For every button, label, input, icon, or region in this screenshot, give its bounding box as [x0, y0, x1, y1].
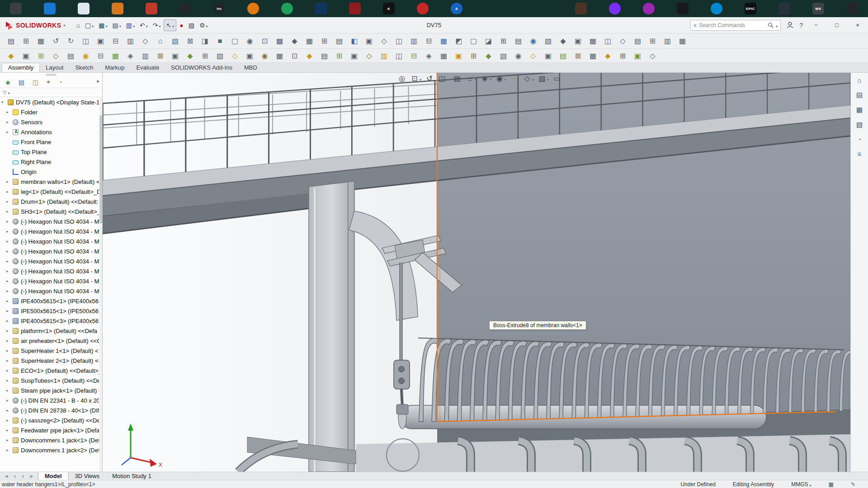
- tool-icon[interactable]: ◫: [392, 49, 406, 63]
- displaymanager-tab-icon[interactable]: ◔: [58, 79, 62, 86]
- tool-icon[interactable]: ▧: [212, 49, 227, 63]
- hide-show-items-button[interactable]: ◉: [495, 74, 506, 83]
- tree-item[interactable]: ▸IPE500x5615<1> (IPE500x5615): [0, 306, 99, 316]
- tool-icon[interactable]: ⊞: [496, 33, 511, 49]
- app-blue-circle-icon[interactable]: [711, 3, 722, 14]
- tool-icon[interactable]: ◇: [48, 49, 63, 63]
- app-pinned-2-icon[interactable]: [44, 3, 56, 14]
- panel-expand-chevron[interactable]: ▸: [97, 78, 99, 84]
- app-pinned-3-icon[interactable]: [78, 3, 90, 14]
- new-document-caret-icon[interactable]: [92, 21, 94, 29]
- tool-icon[interactable]: ⊟: [406, 49, 421, 63]
- filter-icon[interactable]: ▽: [3, 89, 6, 95]
- app-dark-3-icon[interactable]: [846, 3, 858, 14]
- graphics-area[interactable]: X ◎⊡↺◫▤⌂◈◉◔◇▧▭ Boss-Extrude8 of membran …: [103, 73, 850, 472]
- app-green-icon[interactable]: [281, 3, 293, 14]
- tree-item[interactable]: ▸Annotations: [0, 127, 99, 137]
- tool-icon[interactable]: ⌂: [153, 33, 168, 49]
- close-button[interactable]: ×: [850, 22, 865, 28]
- tool-icon[interactable]: ▦: [108, 49, 123, 63]
- expand-arrow-icon[interactable]: ▸: [6, 110, 12, 114]
- search-icon[interactable]: [768, 22, 774, 28]
- dimxpertmanager-tab-icon[interactable]: ⌖: [47, 78, 50, 86]
- tool-icon[interactable]: ↺: [48, 33, 63, 49]
- expand-arrow-icon[interactable]: ▸: [6, 418, 12, 422]
- tool-icon[interactable]: ◨: [198, 33, 212, 49]
- configurationmanager-tab-icon[interactable]: ◫: [33, 79, 38, 86]
- app-orange-icon[interactable]: [247, 3, 259, 14]
- tree-item[interactable]: ▸SH3<1> (Default) <<Default>_: [0, 206, 99, 216]
- tool-icon[interactable]: ▥: [377, 49, 392, 63]
- view-palette-icon[interactable]: ▧: [856, 121, 863, 129]
- tool-icon[interactable]: ▣: [362, 33, 377, 49]
- zoom-area-button[interactable]: ⊡: [410, 74, 421, 83]
- tool-icon[interactable]: ▣: [347, 49, 362, 63]
- view-settings-caret-icon[interactable]: [547, 75, 549, 83]
- expand-arrow-icon[interactable]: ▸: [6, 179, 12, 184]
- tool-icon[interactable]: ▤: [556, 49, 571, 63]
- tool-icon[interactable]: ↻: [63, 33, 78, 49]
- tool-icon[interactable]: ▦: [585, 49, 600, 63]
- tree-item[interactable]: ▸IPE400x5615<3> (IPE400x5615): [0, 316, 99, 326]
- tool-icon[interactable]: ▤: [4, 33, 19, 49]
- tool-icon[interactable]: ▥: [138, 49, 153, 63]
- print-caret-icon[interactable]: [133, 21, 135, 29]
- tool-icon[interactable]: ⊠: [571, 49, 585, 63]
- tool-icon[interactable]: ▥: [123, 33, 138, 49]
- app-a-icon[interactable]: A: [451, 3, 462, 14]
- tree-item[interactable]: Front Plane: [0, 137, 99, 147]
- hide-show-items-caret-icon[interactable]: [505, 75, 506, 83]
- tool-icon[interactable]: ⊞: [645, 33, 660, 49]
- expand-arrow-icon[interactable]: ▸: [6, 428, 12, 432]
- design-library-icon[interactable]: ▤: [856, 91, 863, 99]
- tool-icon[interactable]: ⊞: [317, 33, 332, 49]
- tool-icon[interactable]: ▣: [19, 49, 33, 63]
- tree-item[interactable]: ▸IPE400x5615<1> (IPE400x5615): [0, 296, 99, 306]
- tab-3d-views[interactable]: 3D Views: [69, 472, 106, 480]
- tool-icon[interactable]: ◫: [600, 33, 615, 49]
- tool-icon[interactable]: ▣: [451, 49, 466, 63]
- expand-arrow-icon[interactable]: ▾: [1, 100, 7, 104]
- view-orientation-caret-icon[interactable]: [475, 75, 476, 83]
- tree-item[interactable]: ▸Downcommers 1 jack<2> (Def: [0, 445, 99, 455]
- tool-icon[interactable]: ▧: [541, 33, 556, 49]
- app-he-icon[interactable]: He: [213, 3, 225, 14]
- tool-icon[interactable]: ◉: [78, 49, 93, 63]
- search-input[interactable]: [699, 22, 766, 28]
- expand-arrow-icon[interactable]: ▸: [6, 120, 12, 124]
- tool-icon[interactable]: ◈: [421, 49, 436, 63]
- tool-icon[interactable]: ▦: [436, 33, 451, 49]
- tool-icon[interactable]: ◆: [287, 33, 302, 49]
- apply-scene-button[interactable]: ◇: [523, 74, 534, 83]
- redo-caret-icon[interactable]: [159, 21, 160, 29]
- expand-arrow-icon[interactable]: ▸: [6, 209, 12, 214]
- expand-arrow-icon[interactable]: ▸: [6, 279, 12, 283]
- tool-icon[interactable]: ⊠: [153, 49, 168, 63]
- minimize-button[interactable]: −: [808, 22, 824, 28]
- expand-arrow-icon[interactable]: ▸: [6, 299, 12, 303]
- tool-icon[interactable]: ■: [212, 33, 227, 49]
- tool-icon[interactable]: ▧: [168, 33, 183, 49]
- app-k-icon[interactable]: K: [383, 3, 395, 14]
- tool-icon[interactable]: ▦: [33, 33, 48, 49]
- app-ring-icon[interactable]: [179, 3, 191, 14]
- section-view-button[interactable]: ◫: [438, 74, 449, 83]
- tree-item[interactable]: Top Plane: [0, 147, 99, 157]
- expand-arrow-icon[interactable]: ▸: [6, 249, 12, 253]
- user-account-icon[interactable]: [786, 21, 794, 29]
- tool-icon[interactable]: ◆: [4, 49, 19, 63]
- save-caret-icon[interactable]: [119, 21, 121, 29]
- tree-item[interactable]: ▸(-) DIN EN 28738 - 40<1> (DIN: [0, 405, 99, 415]
- tab-layout[interactable]: Layout: [40, 63, 69, 72]
- app-ws-icon[interactable]: WS: [812, 3, 824, 14]
- tree-item[interactable]: ▸(-) Hexagon Nut ISO 4034 - M3: [0, 266, 99, 276]
- tool-icon[interactable]: ▥: [406, 33, 421, 49]
- select-button[interactable]: ↖: [164, 19, 176, 31]
- tool-icon[interactable]: ◉: [526, 33, 541, 49]
- tool-icon[interactable]: ◉: [257, 49, 272, 63]
- tool-icon[interactable]: ◈: [123, 49, 138, 63]
- tool-icon[interactable]: ▤: [630, 33, 645, 49]
- tool-icon[interactable]: ⊞: [19, 33, 33, 49]
- tree-item[interactable]: ▸(-) DIN EN 22341 - B - 40 x 200: [0, 395, 99, 405]
- tool-icon[interactable]: ◇: [645, 49, 660, 63]
